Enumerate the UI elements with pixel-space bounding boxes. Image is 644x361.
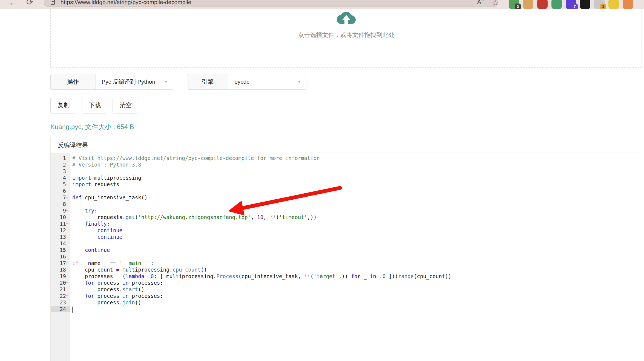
code-line[interactable]: process.join() xyxy=(72,299,642,306)
line-number: 19 xyxy=(51,273,70,280)
code-token: ** xyxy=(304,273,311,279)
code-line[interactable]: process.start() xyxy=(72,286,642,293)
code-line[interactable]: for process in processes: xyxy=(72,280,642,286)
result-panel: 反编译结果 1234567▾89▾1011▾121314151617▾18192… xyxy=(50,137,642,361)
code-line[interactable] xyxy=(72,188,642,194)
extension-green-magnifier[interactable] xyxy=(551,0,562,9)
code-token: (cpu_count)) xyxy=(414,273,451,279)
code-token: get xyxy=(125,214,135,220)
file-dropzone[interactable]: 点击选择文件，或将文件拖拽到此处 xyxy=(50,9,642,68)
result-panel-title: 反编译结果 xyxy=(51,137,642,153)
cloud-upload-icon xyxy=(51,11,642,28)
back-icon[interactable]: ← xyxy=(8,0,18,8)
fold-arrow-icon[interactable]: ▾ xyxy=(66,194,70,201)
code-token: ])( xyxy=(386,273,398,279)
operation-select[interactable]: Pyc 反编译到 Python ▼ xyxy=(96,74,173,89)
extension-gray-c[interactable]: 1 xyxy=(594,0,605,9)
code-token: _ xyxy=(361,273,370,279)
favorite-star-icon[interactable]: ☆ xyxy=(492,0,499,7)
line-number: 2 xyxy=(51,161,70,168)
code-line[interactable]: requests.get('http://wakuang.zhigongshan… xyxy=(72,214,642,220)
code-token: : [ multiprocessing. xyxy=(154,273,216,279)
editor-code-area[interactable]: # Visit https://www.lddgo.net/string/pyc… xyxy=(70,153,642,361)
code-token: Process xyxy=(216,273,238,279)
code-token: __name__ xyxy=(79,260,110,266)
code-token: process xyxy=(94,280,122,286)
line-number: 9▾ xyxy=(51,207,70,214)
code-token: cpu_count xyxy=(173,267,201,273)
line-number: 15 xyxy=(51,247,70,253)
engine-select[interactable]: pycdc ▼ xyxy=(228,74,306,89)
extension-among-us-red[interactable] xyxy=(537,0,548,9)
code-token: processes: xyxy=(129,280,163,286)
line-number: 5 xyxy=(51,181,70,188)
url-text[interactable]: https://www.lddgo.net/string/pyc-compile… xyxy=(61,0,191,5)
operation-group: 操作 Pyc 反编译到 Python ▼ xyxy=(50,74,173,90)
code-token: process. xyxy=(72,286,122,292)
code-token xyxy=(72,247,85,253)
dropzone-hint: 点击选择文件，或将文件拖拽到此处 xyxy=(51,31,642,39)
code-token: import xyxy=(72,175,91,181)
code-token: : xyxy=(107,221,110,227)
code-line[interactable]: continue xyxy=(72,234,642,240)
page-info-icon[interactable] xyxy=(51,0,55,5)
code-line[interactable] xyxy=(72,168,642,174)
fold-arrow-icon[interactable]: ▾ xyxy=(66,260,70,266)
code-token xyxy=(72,208,85,214)
code-line[interactable]: def cpu_intensive_task(): xyxy=(72,194,642,201)
code-token: in xyxy=(122,293,129,299)
line-number: 13 xyxy=(51,234,70,240)
code-line[interactable]: try: xyxy=(72,207,642,214)
code-line[interactable] xyxy=(72,240,642,247)
file-info-text: Kuang.pyc, 文件大小 : 654 B xyxy=(50,123,134,131)
extension-orange-blob[interactable] xyxy=(623,0,633,9)
extension-purple[interactable]: 7 xyxy=(566,0,576,9)
fold-arrow-icon[interactable]: ▾ xyxy=(66,220,70,227)
code-editor[interactable]: 1234567▾89▾1011▾121314151617▾181920▾2122… xyxy=(51,153,642,361)
clear-button[interactable]: 清空 xyxy=(113,97,139,113)
code-line[interactable]: # Visit https://www.lddgo.net/string/pyc… xyxy=(72,155,642,161)
extension-yellow-cat[interactable] xyxy=(608,0,619,9)
copy-button[interactable]: 复制 xyxy=(50,97,77,113)
code-line[interactable] xyxy=(72,253,642,260)
code-token: , xyxy=(263,214,270,220)
code-line[interactable]: import multiprocessing xyxy=(72,174,642,181)
code-token: import xyxy=(72,181,91,187)
download-button[interactable]: 下载 xyxy=(82,97,108,113)
code-line[interactable]: processes = (lambda .0: [ multiprocessin… xyxy=(72,273,642,280)
extension-cookie[interactable] xyxy=(523,0,533,9)
line-number: 10 xyxy=(51,214,70,220)
text-size-icon[interactable]: A″ xyxy=(477,0,484,6)
line-number: 6 xyxy=(51,188,70,194)
code-line[interactable]: continue xyxy=(72,247,642,253)
code-line[interactable]: import requests xyxy=(72,181,642,188)
extension-purple-badge: 7 xyxy=(572,4,578,9)
code-line[interactable]: cpu_count = multiprocessing.cpu_count() xyxy=(72,266,642,273)
address-bar[interactable]: https://www.lddgo.net/string/pyc-compile… xyxy=(44,0,498,7)
code-token: cpu_intensive_task(): xyxy=(82,194,151,200)
code-line[interactable] xyxy=(72,306,642,312)
fold-arrow-icon[interactable]: ▾ xyxy=(66,207,70,214)
code-line[interactable]: finally: xyxy=(72,220,642,227)
line-number: 17▾ xyxy=(51,260,70,266)
fold-arrow-icon[interactable]: ▾ xyxy=(66,280,70,286)
code-token: process xyxy=(94,293,122,299)
extension-green-pin[interactable]: 2 xyxy=(509,0,519,9)
line-number: 7▾ xyxy=(51,194,70,201)
code-token: , xyxy=(251,214,257,220)
code-token xyxy=(72,221,85,227)
code-token xyxy=(72,280,85,286)
refresh-icon[interactable]: ⟳ xyxy=(26,0,33,8)
extension-black-eyes[interactable] xyxy=(580,0,590,9)
line-number: 4 xyxy=(51,174,70,181)
code-line[interactable]: if __name__ == '__main__': xyxy=(72,260,642,266)
code-token: () xyxy=(135,299,141,305)
code-line[interactable]: continue xyxy=(72,227,642,234)
code-token: finally xyxy=(85,221,107,227)
code-token: cpu_count xyxy=(72,267,116,273)
code-line[interactable] xyxy=(72,201,642,207)
fold-arrow-icon[interactable]: ▾ xyxy=(66,293,70,299)
code-line[interactable]: # Version : Python 3.8 xyxy=(72,161,642,168)
code-token xyxy=(116,260,119,266)
code-line[interactable]: for process in processes: xyxy=(72,293,642,299)
